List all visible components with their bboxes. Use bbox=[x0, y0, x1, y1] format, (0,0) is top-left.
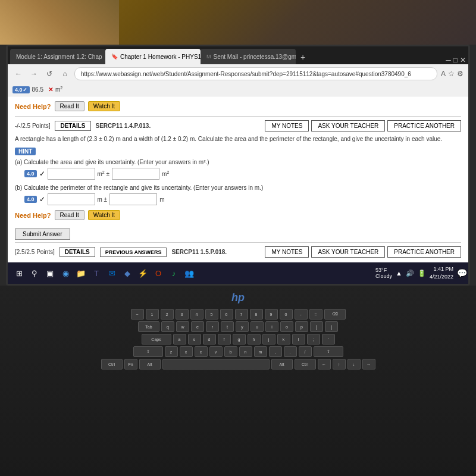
key-fn[interactable]: Fn bbox=[124, 359, 137, 369]
key-u[interactable]: u bbox=[250, 321, 264, 332]
key-6[interactable]: 6 bbox=[220, 309, 233, 320]
my-notes-button-2[interactable]: MY NOTES bbox=[265, 246, 309, 258]
spotify-icon[interactable]: ♪ bbox=[167, 267, 180, 280]
key-7[interactable]: 7 bbox=[235, 309, 248, 320]
back-button[interactable]: ← bbox=[12, 68, 24, 80]
edge-icon[interactable]: ◉ bbox=[59, 267, 72, 280]
key-b[interactable]: b bbox=[224, 346, 237, 357]
notification-icon[interactable]: 💬 bbox=[457, 268, 467, 278]
part-b-input1[interactable] bbox=[48, 193, 95, 205]
key-k[interactable]: k bbox=[277, 334, 290, 345]
key-a[interactable]: a bbox=[173, 334, 186, 345]
url-input[interactable] bbox=[74, 67, 437, 80]
practice-another-button-2[interactable]: PRACTICE ANOTHER bbox=[387, 246, 461, 258]
minimize-button[interactable]: ─ bbox=[446, 56, 451, 64]
key-shift-right[interactable]: ⇧ bbox=[314, 346, 343, 357]
watch-it-button-top[interactable]: Watch It bbox=[88, 101, 120, 111]
forward-button[interactable]: → bbox=[28, 68, 40, 80]
key-right[interactable]: → bbox=[362, 359, 375, 369]
explorer-icon[interactable]: 📁 bbox=[74, 267, 87, 280]
key-3[interactable]: 3 bbox=[176, 309, 189, 320]
key-d[interactable]: d bbox=[203, 334, 216, 345]
volume-icon[interactable]: 🔊 bbox=[406, 270, 414, 277]
part-b-input2[interactable] bbox=[109, 193, 157, 205]
key-l[interactable]: l bbox=[292, 334, 305, 345]
key-v[interactable]: v bbox=[209, 346, 223, 357]
key-w[interactable]: w bbox=[176, 321, 189, 332]
hint-badge[interactable]: HINT bbox=[15, 148, 36, 155]
key-m[interactable]: m bbox=[254, 346, 267, 357]
network-icon[interactable]: ▲ bbox=[396, 270, 402, 277]
watch-it-button-bottom[interactable]: Watch It bbox=[88, 210, 120, 220]
key-bracket-open[interactable]: [ bbox=[310, 321, 323, 332]
practice-another-button-1[interactable]: PRACTICE ANOTHER bbox=[387, 120, 461, 131]
key-c[interactable]: c bbox=[195, 346, 208, 357]
bookmark-icon[interactable]: ☆ bbox=[448, 70, 455, 78]
teams2-icon[interactable]: 👥 bbox=[183, 267, 196, 280]
key-t[interactable]: t bbox=[221, 321, 234, 332]
key-4[interactable]: 4 bbox=[190, 309, 203, 320]
key-g[interactable]: g bbox=[233, 334, 246, 345]
key-semicolon[interactable]: ; bbox=[307, 334, 320, 345]
key-slash[interactable]: / bbox=[299, 346, 312, 357]
key-ctrl-left[interactable]: Ctrl bbox=[101, 359, 123, 369]
key-equals[interactable]: = bbox=[309, 309, 322, 320]
maximize-button[interactable]: □ bbox=[453, 56, 458, 64]
read-it-button-top[interactable]: Read It bbox=[55, 101, 84, 111]
key-backspace[interactable]: ⌫ bbox=[324, 309, 346, 320]
key-1[interactable]: 1 bbox=[146, 309, 159, 320]
key-x[interactable]: x bbox=[180, 346, 193, 357]
key-9[interactable]: 9 bbox=[265, 309, 278, 320]
key-ctrl-right[interactable]: Ctrl bbox=[295, 359, 316, 369]
mail-icon[interactable]: ✉ bbox=[105, 267, 118, 280]
key-5[interactable]: 5 bbox=[205, 309, 218, 320]
key-quote[interactable]: ' bbox=[322, 334, 335, 345]
dropbox-icon[interactable]: ◆ bbox=[121, 267, 134, 280]
section1-details-button[interactable]: DETAILS bbox=[55, 121, 90, 131]
close-window-button[interactable]: ✕ bbox=[460, 56, 466, 64]
ask-teacher-button-1[interactable]: ASK YOUR TEACHER bbox=[311, 120, 385, 131]
key-alt-right[interactable]: Alt bbox=[271, 359, 293, 369]
read-it-button-bottom[interactable]: Read It bbox=[55, 210, 84, 220]
key-8[interactable]: 8 bbox=[250, 309, 263, 320]
key-tab[interactable]: Tab bbox=[138, 321, 159, 332]
key-0[interactable]: 0 bbox=[280, 309, 293, 320]
part-a-input1[interactable] bbox=[48, 168, 95, 180]
key-z[interactable]: z bbox=[165, 346, 178, 357]
key-r[interactable]: r bbox=[206, 321, 219, 332]
key-down[interactable]: ↓ bbox=[347, 359, 361, 369]
key-2[interactable]: 2 bbox=[161, 309, 174, 320]
submit-answer-button[interactable]: Submit Answer bbox=[15, 228, 70, 240]
key-e[interactable]: e bbox=[191, 321, 204, 332]
key-o[interactable]: o bbox=[280, 321, 293, 332]
key-comma[interactable]: , bbox=[269, 346, 282, 357]
taskview-icon[interactable]: ▣ bbox=[43, 267, 57, 280]
key-shift-left[interactable]: ⇧ bbox=[133, 346, 163, 357]
home-button[interactable]: ⌂ bbox=[59, 68, 71, 80]
new-tab-button[interactable]: + bbox=[296, 50, 310, 64]
search-taskbar-icon[interactable]: ⚲ bbox=[28, 267, 41, 280]
key-minus[interactable]: - bbox=[295, 309, 308, 320]
key-q[interactable]: q bbox=[161, 321, 174, 332]
settings-icon[interactable]: ⚙ bbox=[457, 70, 464, 78]
key-n[interactable]: n bbox=[239, 346, 252, 357]
tab-chapter1[interactable]: 🔖 Chapter 1 Homework - PHYS131 ✕ bbox=[105, 49, 201, 64]
key-alt-left[interactable]: Alt bbox=[139, 359, 161, 369]
key-f[interactable]: f bbox=[218, 334, 231, 345]
key-space[interactable] bbox=[162, 359, 270, 369]
key-y[interactable]: y bbox=[236, 321, 249, 332]
key-i[interactable]: i bbox=[265, 321, 278, 332]
key-caps[interactable]: Caps bbox=[142, 334, 171, 345]
battery-icon[interactable]: 🔋 bbox=[418, 270, 426, 277]
reader-mode-icon[interactable]: A bbox=[441, 70, 446, 78]
previous-answers-button[interactable]: PREVIOUS ANSWERS bbox=[100, 248, 167, 257]
tab-sent[interactable]: M Sent Mail - princetessa.13@gmai ✕ bbox=[201, 49, 296, 64]
key-s[interactable]: s bbox=[188, 334, 201, 345]
key-period[interactable]: . bbox=[284, 346, 297, 357]
lightning-icon[interactable]: ⚡ bbox=[136, 267, 149, 280]
key-h[interactable]: h bbox=[248, 334, 261, 345]
tab-module1[interactable]: Module 1: Assignment 1.2: Chap ✕ bbox=[10, 49, 105, 64]
my-notes-button-1[interactable]: MY NOTES bbox=[265, 120, 309, 131]
key-tilde[interactable]: ~ bbox=[131, 309, 144, 320]
section2-details-button[interactable]: DETAILS bbox=[60, 247, 95, 257]
